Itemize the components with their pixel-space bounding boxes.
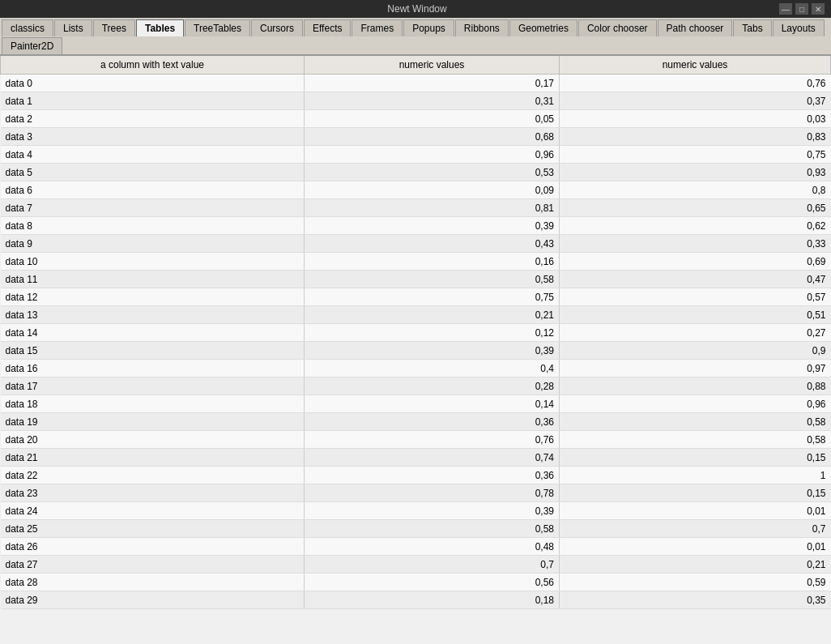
cell-18-0: data 18: [1, 395, 305, 413]
cell-24-2: 0,01: [560, 502, 831, 520]
cell-15-1: 0,39: [305, 342, 560, 360]
tab-tabs[interactable]: Tabs: [733, 19, 771, 36]
table-row[interactable]: data 250,580,7: [1, 520, 831, 538]
cell-27-1: 0,7: [305, 556, 560, 574]
cell-22-2: 1: [560, 467, 831, 484]
table-row[interactable]: data 180,140,96: [1, 395, 831, 413]
cell-11-0: data 11: [1, 271, 305, 288]
table-row[interactable]: data 230,780,15: [1, 484, 831, 502]
tab-painter2d[interactable]: Painter2D: [2, 37, 62, 54]
table-row[interactable]: data 290,180,35: [1, 591, 831, 609]
cell-10-0: data 10: [1, 253, 305, 271]
cell-6-0: data 6: [1, 181, 305, 199]
close-button[interactable]: ✕: [812, 3, 825, 15]
table-row[interactable]: data 30,680,83: [1, 128, 831, 146]
minimize-button[interactable]: —: [779, 3, 792, 15]
cell-8-2: 0,62: [560, 217, 831, 235]
cell-24-0: data 24: [1, 502, 305, 520]
cell-29-1: 0,18: [305, 591, 560, 609]
table-row[interactable]: data 90,430,33: [1, 235, 831, 253]
cell-5-1: 0,53: [305, 164, 560, 181]
tab-tables[interactable]: Tables: [136, 19, 184, 36]
cell-18-2: 0,96: [560, 395, 831, 413]
cell-10-2: 0,69: [560, 253, 831, 271]
restore-button[interactable]: □: [795, 3, 808, 15]
table-row[interactable]: data 170,280,88: [1, 377, 831, 395]
cell-12-2: 0,57: [560, 288, 831, 306]
cell-15-0: data 15: [1, 342, 305, 360]
tab-trees[interactable]: Trees: [93, 19, 135, 36]
cell-26-2: 0,01: [560, 538, 831, 556]
table-row[interactable]: data 160,40,97: [1, 360, 831, 377]
cell-29-2: 0,35: [560, 591, 831, 609]
table-row[interactable]: data 110,580,47: [1, 271, 831, 288]
cell-14-2: 0,27: [560, 324, 831, 342]
cell-12-0: data 12: [1, 288, 305, 306]
table-row[interactable]: data 220,361: [1, 467, 831, 484]
tab-color-chooser[interactable]: Color chooser: [578, 19, 657, 36]
column-header-1: numeric values: [305, 56, 560, 75]
column-header-2: numeric values: [560, 56, 831, 75]
table-scroll[interactable]: a column with text valuenumeric valuesnu…: [0, 56, 831, 644]
tab-cursors[interactable]: Cursors: [251, 19, 303, 36]
cell-21-1: 0,74: [305, 449, 560, 467]
table-row[interactable]: data 260,480,01: [1, 538, 831, 556]
cell-0-2: 0,76: [560, 75, 831, 92]
cell-3-2: 0,83: [560, 128, 831, 146]
cell-16-0: data 16: [1, 360, 305, 377]
cell-24-1: 0,39: [305, 502, 560, 520]
cell-2-2: 0,03: [560, 110, 831, 128]
table-row[interactable]: data 130,210,51: [1, 306, 831, 324]
table-row[interactable]: data 120,750,57: [1, 288, 831, 306]
cell-27-0: data 27: [1, 556, 305, 574]
title-bar: Newt Window — □ ✕: [0, 0, 831, 18]
cell-3-0: data 3: [1, 128, 305, 146]
table-row[interactable]: data 270,70,21: [1, 556, 831, 574]
table-row[interactable]: data 280,560,59: [1, 574, 831, 591]
tab-classics[interactable]: classics: [2, 19, 53, 36]
tab-ribbons[interactable]: Ribbons: [455, 19, 509, 36]
tab-geometries[interactable]: Geometries: [509, 19, 577, 36]
table-row[interactable]: data 150,390,9: [1, 342, 831, 360]
cell-16-1: 0,4: [305, 360, 560, 377]
tab-treetables[interactable]: TreeTables: [185, 19, 250, 36]
table-row[interactable]: data 50,530,93: [1, 164, 831, 181]
cell-25-2: 0,7: [560, 520, 831, 538]
data-table: a column with text valuenumeric valuesnu…: [0, 56, 831, 609]
tab-path-chooser[interactable]: Path chooser: [658, 19, 733, 36]
table-row[interactable]: data 140,120,27: [1, 324, 831, 342]
cell-11-1: 0,58: [305, 271, 560, 288]
table-row[interactable]: data 20,050,03: [1, 110, 831, 128]
cell-28-2: 0,59: [560, 574, 831, 591]
table-row[interactable]: data 40,960,75: [1, 146, 831, 164]
cell-2-0: data 2: [1, 110, 305, 128]
window-controls[interactable]: — □ ✕: [779, 3, 825, 15]
table-row[interactable]: data 80,390,62: [1, 217, 831, 235]
cell-22-0: data 22: [1, 467, 305, 484]
cell-13-2: 0,51: [560, 306, 831, 324]
tab-layouts[interactable]: Layouts: [773, 19, 825, 36]
cell-6-1: 0,09: [305, 181, 560, 199]
table-row[interactable]: data 10,310,37: [1, 92, 831, 110]
cell-3-1: 0,68: [305, 128, 560, 146]
cell-17-2: 0,88: [560, 377, 831, 395]
cell-17-0: data 17: [1, 377, 305, 395]
table-row[interactable]: data 100,160,69: [1, 253, 831, 271]
tab-popups[interactable]: Popups: [403, 19, 454, 36]
table-row[interactable]: data 200,760,58: [1, 431, 831, 449]
cell-18-1: 0,14: [305, 395, 560, 413]
table-row[interactable]: data 00,170,76: [1, 75, 831, 92]
tab-effects[interactable]: Effects: [304, 19, 351, 36]
cell-6-2: 0,8: [560, 181, 831, 199]
table-row[interactable]: data 210,740,15: [1, 449, 831, 467]
cell-19-0: data 19: [1, 413, 305, 431]
tab-frames[interactable]: Frames: [352, 19, 403, 36]
cell-29-0: data 29: [1, 591, 305, 609]
cell-19-1: 0,36: [305, 413, 560, 431]
table-row[interactable]: data 70,810,65: [1, 199, 831, 217]
table-row[interactable]: data 190,360,58: [1, 413, 831, 431]
tab-lists[interactable]: Lists: [54, 19, 92, 36]
cell-20-0: data 20: [1, 431, 305, 449]
table-row[interactable]: data 240,390,01: [1, 502, 831, 520]
table-row[interactable]: data 60,090,8: [1, 181, 831, 199]
